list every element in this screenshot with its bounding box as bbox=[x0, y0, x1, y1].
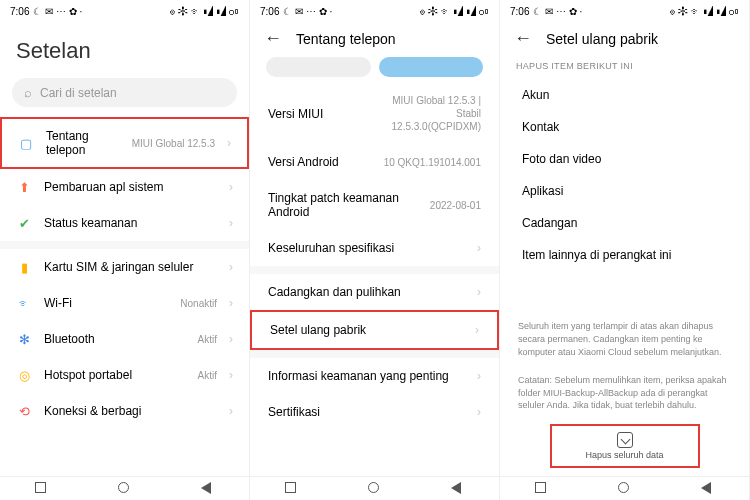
about-row[interactable]: Keseluruhan spesifikasi › bbox=[250, 230, 499, 266]
row-label: Pembaruan apl sistem bbox=[44, 180, 217, 194]
search-icon: ⌕ bbox=[24, 85, 32, 100]
row-label: Versi MIUI bbox=[268, 107, 361, 121]
erase-item: Akun bbox=[500, 79, 749, 111]
row-icon: ◎ bbox=[16, 367, 32, 383]
row-value: MIUI Global 12.5.3 | Stabil12.5.3.0(QCPI… bbox=[371, 94, 481, 133]
row-label: Setel ulang pabrik bbox=[270, 323, 465, 337]
status-time: 7:06 bbox=[10, 6, 29, 17]
about-row[interactable]: Setel ulang pabrik › bbox=[250, 310, 499, 350]
row-label: Kartu SIM & jaringan seluler bbox=[44, 260, 217, 274]
about-phone-screen: 7:06☾ ✉ ⋯ ✿ · ⊗ ✻ ᯤ ▮◢ ▮◢ ▢▯ ← Tentang t… bbox=[250, 0, 500, 500]
warning-note: Seluruh item yang terlampir di atas akan… bbox=[500, 312, 749, 366]
chevron-right-icon: › bbox=[227, 136, 231, 150]
erase-item: Aplikasi bbox=[500, 175, 749, 207]
settings-list: ▢ Tentang telepon MIUI Global 12.5.3 ›⬆ … bbox=[0, 117, 249, 476]
row-value: Aktif bbox=[198, 370, 217, 381]
row-icon: ▢ bbox=[18, 135, 34, 151]
status-right-icons: ⊗ ✻ ᯤ ▮◢ ▮◢ ▢▯ bbox=[670, 6, 739, 17]
settings-row[interactable]: ◎ Hotspot portabel Aktif › bbox=[0, 357, 249, 393]
android-navbar bbox=[250, 476, 499, 500]
row-icon: ✔ bbox=[16, 215, 32, 231]
chevron-right-icon: › bbox=[229, 296, 233, 310]
section-header: HAPUS ITEM BERIKUT INI bbox=[500, 57, 749, 79]
home-button[interactable] bbox=[368, 482, 382, 496]
home-button[interactable] bbox=[618, 482, 632, 496]
back-icon[interactable]: ← bbox=[514, 28, 532, 49]
settings-row[interactable]: ▮ Kartu SIM & jaringan seluler › bbox=[0, 249, 249, 285]
about-row[interactable]: Informasi keamanan yang penting › bbox=[250, 358, 499, 394]
status-bar: 7:06☾ ✉ ⋯ ✿ · ⊗ ✻ ᯤ ▮◢ ▮◢ ▢▯ bbox=[0, 0, 249, 20]
about-row[interactable]: Cadangkan dan pulihkan › bbox=[250, 274, 499, 310]
backup-note: Catatan: Sebelum memulihkan item, periks… bbox=[500, 366, 749, 420]
row-label: Status keamanan bbox=[44, 216, 217, 230]
settings-row[interactable]: ✻ Bluetooth Aktif › bbox=[0, 321, 249, 357]
erase-item: Item lainnya di perangkat ini bbox=[500, 239, 749, 271]
row-value: 10 QKQ1.191014.001 bbox=[384, 156, 481, 169]
chevron-right-icon: › bbox=[229, 216, 233, 230]
search-input[interactable]: ⌕ Cari di setelan bbox=[12, 78, 237, 107]
erase-item: Kontak bbox=[500, 111, 749, 143]
chevron-right-icon: › bbox=[229, 260, 233, 274]
search-placeholder: Cari di setelan bbox=[40, 86, 117, 100]
row-icon: ✻ bbox=[16, 331, 32, 347]
settings-row[interactable]: ᯤ Wi-Fi Nonaktif › bbox=[0, 285, 249, 321]
about-row[interactable]: Sertifikasi › bbox=[250, 394, 499, 430]
status-right-icons: ⊗ ✻ ᯤ ▮◢ ▮◢ ▢▯ bbox=[420, 6, 489, 17]
erase-list: AkunKontakFoto dan videoAplikasiCadangan… bbox=[500, 79, 749, 312]
recents-button[interactable] bbox=[285, 482, 299, 496]
status-right-icons: ⊗ ✻ ᯤ ▮◢ ▮◢ ▢▯ bbox=[170, 6, 239, 17]
card-right[interactable] bbox=[379, 57, 484, 77]
header-title: Tentang telepon bbox=[296, 31, 396, 47]
back-button[interactable] bbox=[201, 482, 215, 496]
status-time: 7:06 bbox=[510, 6, 529, 17]
chevron-right-icon: › bbox=[475, 323, 479, 337]
about-row[interactable]: Versi Android 10 QKQ1.191014.001 bbox=[250, 144, 499, 180]
page-title: Setelan bbox=[0, 20, 249, 74]
row-icon: ▮ bbox=[16, 259, 32, 275]
recents-button[interactable] bbox=[35, 482, 49, 496]
home-button[interactable] bbox=[118, 482, 132, 496]
erase-icon bbox=[617, 432, 633, 448]
header: ← Tentang telepon bbox=[250, 20, 499, 57]
recents-button[interactable] bbox=[535, 482, 549, 496]
row-icon: ⟲ bbox=[16, 403, 32, 419]
about-row[interactable]: Tingkat patch keamanan Android 2022-08-0… bbox=[250, 180, 499, 230]
header: ← Setel ulang pabrik bbox=[500, 20, 749, 57]
status-bar: 7:06☾ ✉ ⋯ ✿ · ⊗ ✻ ᯤ ▮◢ ▮◢ ▢▯ bbox=[250, 0, 499, 20]
back-button[interactable] bbox=[451, 482, 465, 496]
chevron-right-icon: › bbox=[229, 368, 233, 382]
back-button[interactable] bbox=[701, 482, 715, 496]
chevron-right-icon: › bbox=[229, 404, 233, 418]
factory-reset-screen: 7:06☾ ✉ ⋯ ✿ · ⊗ ✻ ᯤ ▮◢ ▮◢ ▢▯ ← Setel ula… bbox=[500, 0, 750, 500]
row-icon: ⬆ bbox=[16, 179, 32, 195]
settings-row[interactable]: ✔ Status keamanan › bbox=[0, 205, 249, 241]
android-navbar bbox=[500, 476, 749, 500]
row-label: Hotspot portabel bbox=[44, 368, 186, 382]
row-label: Bluetooth bbox=[44, 332, 186, 346]
header-title: Setel ulang pabrik bbox=[546, 31, 658, 47]
status-left-icons: ☾ ✉ ⋯ ✿ · bbox=[33, 6, 82, 17]
row-label: Wi-Fi bbox=[44, 296, 168, 310]
back-icon[interactable]: ← bbox=[264, 28, 282, 49]
chevron-right-icon: › bbox=[229, 180, 233, 194]
settings-row[interactable]: ⟲ Koneksi & berbagi › bbox=[0, 393, 249, 429]
row-label: Koneksi & berbagi bbox=[44, 404, 217, 418]
status-left-icons: ☾ ✉ ⋯ ✿ · bbox=[533, 6, 582, 17]
row-label: Keseluruhan spesifikasi bbox=[268, 241, 467, 255]
about-list: Versi MIUI MIUI Global 12.5.3 | Stabil12… bbox=[250, 83, 499, 476]
settings-row[interactable]: ⬆ Pembaruan apl sistem › bbox=[0, 169, 249, 205]
settings-screen: 7:06☾ ✉ ⋯ ✿ · ⊗ ✻ ᯤ ▮◢ ▮◢ ▢▯ Setelan ⌕ C… bbox=[0, 0, 250, 500]
row-value: MIUI Global 12.5.3 bbox=[132, 138, 215, 149]
chevron-right-icon: › bbox=[229, 332, 233, 346]
chevron-right-icon: › bbox=[477, 241, 481, 255]
erase-item: Foto dan video bbox=[500, 143, 749, 175]
erase-item: Cadangan bbox=[500, 207, 749, 239]
row-value: 2022-08-01 bbox=[430, 199, 481, 212]
row-label: Tentang telepon bbox=[46, 129, 120, 157]
status-left-icons: ☾ ✉ ⋯ ✿ · bbox=[283, 6, 332, 17]
erase-all-button[interactable]: Hapus seluruh data bbox=[550, 424, 700, 468]
about-row[interactable]: Versi MIUI MIUI Global 12.5.3 | Stabil12… bbox=[250, 83, 499, 144]
card-left[interactable] bbox=[266, 57, 371, 77]
settings-row[interactable]: ▢ Tentang telepon MIUI Global 12.5.3 › bbox=[0, 117, 249, 169]
row-label: Versi Android bbox=[268, 155, 374, 169]
